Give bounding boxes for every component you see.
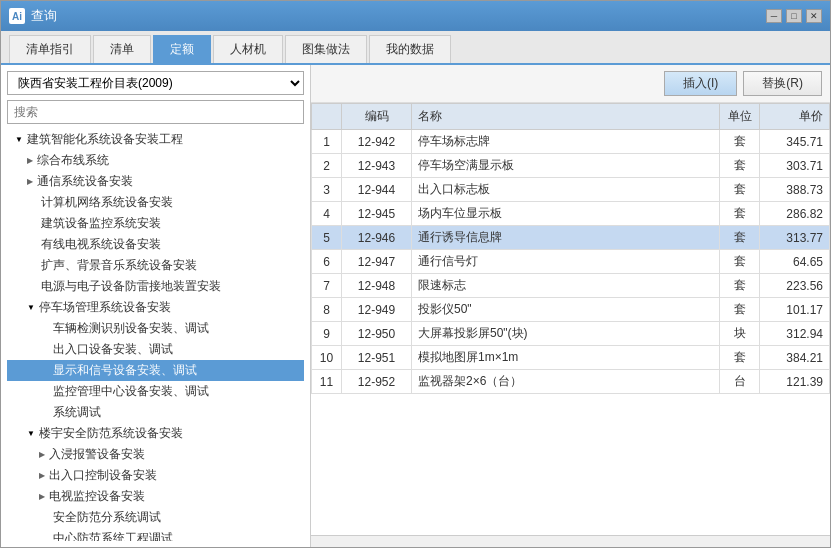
cell-name: 通行诱导信息牌 [412, 226, 720, 250]
tab-materials[interactable]: 人材机 [213, 35, 283, 63]
cell-name: 场内车位显示板 [412, 202, 720, 226]
tree-item-display-signal[interactable]: 显示和信号设备安装、调试 [7, 360, 304, 381]
tree-label: 电视监控设备安装 [49, 488, 145, 505]
cell-num: 6 [312, 250, 342, 274]
tree-item-cable-tv[interactable]: 有线电视系统设备安装 [7, 234, 304, 255]
tree-label: 安全防范分系统调试 [53, 509, 161, 526]
cell-num: 10 [312, 346, 342, 370]
cell-unit: 套 [720, 226, 760, 250]
tree-label: 中心防范系统工程调试 [53, 530, 173, 541]
cell-name: 通行信号灯 [412, 250, 720, 274]
left-panel: 陕西省安装工程价目表(2009) ▼ 建筑智能化系统设备安装工程 ▶ 综合布线系… [1, 65, 311, 547]
cell-code: 12-946 [342, 226, 412, 250]
table-row[interactable]: 1112-952监视器架2×6（台）台121.39 [312, 370, 830, 394]
cell-code: 12-945 [342, 202, 412, 226]
data-table: 编码 名称 单位 单价 112-942停车场标志牌套345.71212-943停… [311, 103, 830, 535]
tab-mydata[interactable]: 我的数据 [369, 35, 451, 63]
tree-item-access-control[interactable]: ▶ 出入口控制设备安装 [7, 465, 304, 486]
tree-label: 出入口设备安装、调试 [53, 341, 173, 358]
tree-item-power-grounding[interactable]: 电源与电子设备防雷接地装置安装 [7, 276, 304, 297]
tree-label: 停车场管理系统设备安装 [39, 299, 171, 316]
cell-price: 303.71 [760, 154, 830, 178]
tree-item-intrusion[interactable]: ▶ 入浸报警设备安装 [7, 444, 304, 465]
cell-code: 12-949 [342, 298, 412, 322]
tree-item-cctv[interactable]: ▶ 电视监控设备安装 [7, 486, 304, 507]
title-bar: Ai 查询 ─ □ ✕ [1, 1, 830, 31]
minimize-button[interactable]: ─ [766, 9, 782, 23]
cell-code: 12-952 [342, 370, 412, 394]
col-header-num [312, 104, 342, 130]
tree-item-building-monitor[interactable]: 建筑设备监控系统安装 [7, 213, 304, 234]
cell-name: 监视器架2×6（台） [412, 370, 720, 394]
tree-item-comm-system[interactable]: ▶ 通信系统设备安装 [7, 171, 304, 192]
expand-icon: ▶ [39, 471, 45, 480]
cell-code: 12-950 [342, 322, 412, 346]
replace-button[interactable]: 替换(R) [743, 71, 822, 96]
tree-label: 系统调试 [53, 404, 101, 421]
table-row[interactable]: 1012-951模拟地图屏1m×1m套384.21 [312, 346, 830, 370]
tree-item-more[interactable]: 中心防范系统工程调试 [7, 528, 304, 541]
table-row[interactable]: 912-950大屏幕投影屏50"(块)块312.94 [312, 322, 830, 346]
right-panel: 插入(I) 替换(R) 编码 名称 单位 单价 112- [311, 65, 830, 547]
cell-name: 限速标志 [412, 274, 720, 298]
cell-num: 2 [312, 154, 342, 178]
cell-num: 4 [312, 202, 342, 226]
table-row[interactable]: 512-946通行诱导信息牌套313.77 [312, 226, 830, 250]
cell-unit: 套 [720, 178, 760, 202]
close-button[interactable]: ✕ [806, 9, 822, 23]
cell-unit: 套 [720, 250, 760, 274]
tab-quota[interactable]: 定额 [153, 35, 211, 63]
expand-icon: ▶ [39, 492, 45, 501]
tree-item-integrated-wiring[interactable]: ▶ 综合布线系统 [7, 150, 304, 171]
tree-view: ▼ 建筑智能化系统设备安装工程 ▶ 综合布线系统 ▶ 通信系统设备安装 计算机网… [7, 129, 304, 541]
search-input[interactable] [7, 100, 304, 124]
tree-item-entrance-exit[interactable]: 出入口设备安装、调试 [7, 339, 304, 360]
cell-price: 312.94 [760, 322, 830, 346]
table-row[interactable]: 312-944出入口标志板套388.73 [312, 178, 830, 202]
tree-item-parking-mgmt[interactable]: ▼ 停车场管理系统设备安装 [7, 297, 304, 318]
cell-code: 12-943 [342, 154, 412, 178]
tab-list[interactable]: 清单 [93, 35, 151, 63]
cell-price: 388.73 [760, 178, 830, 202]
tab-guide[interactable]: 清单指引 [9, 35, 91, 63]
cell-code: 12-948 [342, 274, 412, 298]
cell-name: 停车场空满显示板 [412, 154, 720, 178]
col-header-unit: 单位 [720, 104, 760, 130]
tree-item-broadcast[interactable]: 扩声、背景音乐系统设备安装 [7, 255, 304, 276]
maximize-button[interactable]: □ [786, 9, 802, 23]
tree-item-building-security[interactable]: ▼ 楼宇安全防范系统设备安装 [7, 423, 304, 444]
table-row[interactable]: 712-948限速标志套223.56 [312, 274, 830, 298]
expand-icon: ▶ [27, 156, 33, 165]
table-row[interactable]: 112-942停车场标志牌套345.71 [312, 130, 830, 154]
expand-icon: ▼ [27, 429, 35, 438]
cell-unit: 套 [720, 154, 760, 178]
cell-code: 12-942 [342, 130, 412, 154]
table-row[interactable]: 212-943停车场空满显示板套303.71 [312, 154, 830, 178]
tree-label: 通信系统设备安装 [37, 173, 133, 190]
tree-item-vehicle-detect[interactable]: 车辆检测识别设备安装、调试 [7, 318, 304, 339]
col-header-name: 名称 [412, 104, 720, 130]
insert-button[interactable]: 插入(I) [664, 71, 737, 96]
app-icon: Ai [9, 8, 25, 24]
table-row[interactable]: 412-945场内车位显示板套286.82 [312, 202, 830, 226]
tab-atlas[interactable]: 图集做法 [285, 35, 367, 63]
window-title: 查询 [31, 7, 57, 25]
cell-num: 9 [312, 322, 342, 346]
table-row[interactable]: 612-947通行信号灯套64.65 [312, 250, 830, 274]
cell-num: 7 [312, 274, 342, 298]
action-bar: 插入(I) 替换(R) [311, 65, 830, 103]
table-row[interactable]: 812-949投影仪50"套101.17 [312, 298, 830, 322]
tree-label: 建筑智能化系统设备安装工程 [27, 131, 183, 148]
expand-icon: ▼ [27, 303, 35, 312]
horizontal-scrollbar[interactable] [311, 535, 830, 547]
cell-name: 大屏幕投影屏50"(块) [412, 322, 720, 346]
tree-item-security-debug[interactable]: 安全防范分系统调试 [7, 507, 304, 528]
cell-price: 101.17 [760, 298, 830, 322]
cell-price: 313.77 [760, 226, 830, 250]
tree-item-sys-debug[interactable]: 系统调试 [7, 402, 304, 423]
tree-item-building-smart[interactable]: ▼ 建筑智能化系统设备安装工程 [7, 129, 304, 150]
tree-item-computer-network[interactable]: 计算机网络系统设备安装 [7, 192, 304, 213]
tree-label: 有线电视系统设备安装 [41, 236, 161, 253]
tree-item-control-center[interactable]: 监控管理中心设备安装、调试 [7, 381, 304, 402]
price-list-dropdown[interactable]: 陕西省安装工程价目表(2009) [7, 71, 304, 95]
